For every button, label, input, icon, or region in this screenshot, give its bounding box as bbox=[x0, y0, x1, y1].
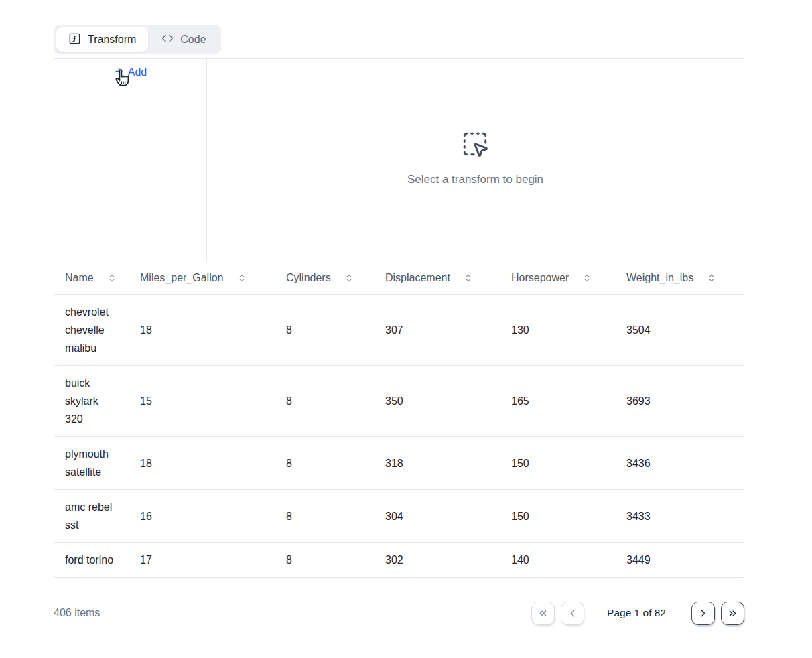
cell-cylinders: 8 bbox=[275, 295, 375, 366]
sort-icon[interactable] bbox=[582, 273, 592, 283]
cell-weight-in-lbs: 3504 bbox=[616, 295, 745, 366]
tab-code-label: Code bbox=[180, 34, 206, 46]
items-count: 406 items bbox=[54, 607, 100, 619]
square-function-icon bbox=[68, 32, 81, 48]
cell-miles-per-gallon: 18 bbox=[129, 295, 275, 366]
cell-name: chevrolet chevelle malibu bbox=[54, 295, 129, 366]
table-row: amc rebel sst 16 8 304 150 3433 bbox=[54, 490, 745, 543]
transform-workspace-page: Transform Code bbox=[0, 0, 812, 658]
add-transform-label: Add bbox=[128, 66, 147, 78]
table-footer: 406 items Page 1 of 82 bbox=[54, 596, 744, 630]
code-icon bbox=[161, 32, 174, 47]
column-label: Name bbox=[65, 272, 94, 284]
data-preview-table: Name Miles_per_Gallon Cylinders Displace… bbox=[54, 261, 745, 577]
column-header-displacement[interactable]: Displacement bbox=[375, 261, 500, 295]
table-row: plymouth satellite 18 8 318 150 3436 bbox=[54, 437, 745, 490]
pagination: Page 1 of 82 bbox=[531, 602, 744, 625]
column-header-cylinders[interactable]: Cylinders bbox=[275, 261, 375, 295]
cell-miles-per-gallon: 16 bbox=[129, 490, 275, 543]
transform-list-panel: Add bbox=[54, 59, 207, 261]
chevrons-right-icon bbox=[727, 608, 738, 619]
column-label: Miles_per_Gallon bbox=[140, 272, 224, 284]
table-row: buick skylark 320 15 8 350 165 3693 bbox=[54, 366, 745, 437]
cell-displacement: 302 bbox=[375, 543, 500, 578]
sort-icon[interactable] bbox=[344, 273, 354, 283]
cell-displacement: 307 bbox=[375, 295, 500, 366]
prev-page-button[interactable] bbox=[561, 602, 584, 625]
square-dashed-mouse-pointer-icon bbox=[461, 130, 489, 161]
first-page-button[interactable] bbox=[531, 602, 555, 625]
column-label: Cylinders bbox=[286, 272, 331, 284]
cell-weight-in-lbs: 3693 bbox=[616, 366, 745, 437]
cell-cylinders: 8 bbox=[275, 543, 375, 578]
transform-preview-area: Select a transform to begin bbox=[207, 59, 744, 261]
cell-miles-per-gallon: 17 bbox=[129, 543, 275, 578]
last-page-button[interactable] bbox=[721, 602, 744, 625]
cell-name: ford torino bbox=[54, 543, 129, 578]
column-header-miles-per-gallon[interactable]: Miles_per_Gallon bbox=[129, 261, 275, 295]
chevrons-left-icon bbox=[537, 608, 549, 619]
tab-code[interactable]: Code bbox=[149, 27, 218, 52]
workspace-panel: Add Select a tr bbox=[54, 58, 744, 578]
transform-list-header: Add bbox=[54, 59, 206, 86]
column-label: Weight_in_lbs bbox=[626, 272, 693, 284]
column-header-horsepower[interactable]: Horsepower bbox=[500, 261, 616, 295]
table-row: chevrolet chevelle malibu 18 8 307 130 3… bbox=[54, 295, 745, 366]
transform-builder-section: Add Select a tr bbox=[54, 59, 744, 261]
page-status: Page 1 of 82 bbox=[607, 607, 666, 619]
column-header-weight-in-lbs[interactable]: Weight_in_lbs bbox=[616, 261, 745, 295]
sort-icon[interactable] bbox=[107, 273, 117, 283]
add-transform-button[interactable]: Add bbox=[114, 66, 147, 79]
cell-weight-in-lbs: 3433 bbox=[616, 490, 745, 543]
column-label: Horsepower bbox=[511, 272, 569, 284]
plus-icon bbox=[114, 66, 124, 79]
cell-miles-per-gallon: 15 bbox=[129, 366, 275, 437]
cell-cylinders: 8 bbox=[275, 490, 375, 543]
view-tabs: Transform Code bbox=[54, 25, 221, 54]
cell-weight-in-lbs: 3436 bbox=[616, 437, 745, 490]
cell-horsepower: 165 bbox=[500, 366, 616, 437]
column-label: Displacement bbox=[385, 272, 450, 284]
cell-horsepower: 130 bbox=[500, 295, 616, 366]
cell-weight-in-lbs: 3449 bbox=[616, 543, 745, 578]
sort-icon[interactable] bbox=[237, 273, 247, 283]
cell-name: plymouth satellite bbox=[54, 437, 129, 490]
column-header-name[interactable]: Name bbox=[54, 261, 129, 295]
empty-state-message: Select a transform to begin bbox=[407, 173, 543, 186]
sort-icon[interactable] bbox=[707, 273, 716, 283]
cell-horsepower: 140 bbox=[500, 543, 616, 578]
chevron-right-icon bbox=[697, 608, 709, 619]
sort-icon[interactable] bbox=[464, 273, 473, 283]
tab-transform-label: Transform bbox=[88, 34, 136, 46]
cell-cylinders: 8 bbox=[275, 366, 375, 437]
cell-name: buick skylark 320 bbox=[54, 366, 129, 437]
next-page-button[interactable] bbox=[691, 602, 715, 625]
chevron-left-icon bbox=[567, 608, 578, 619]
cell-miles-per-gallon: 18 bbox=[129, 437, 275, 490]
cell-horsepower: 150 bbox=[500, 437, 616, 490]
table-row: ford torino 17 8 302 140 3449 bbox=[54, 543, 745, 578]
empty-state: Select a transform to begin bbox=[407, 130, 543, 186]
cell-name: amc rebel sst bbox=[54, 490, 129, 543]
cell-horsepower: 150 bbox=[500, 490, 616, 543]
cell-displacement: 304 bbox=[375, 490, 500, 543]
cell-displacement: 318 bbox=[375, 437, 500, 490]
tab-transform[interactable]: Transform bbox=[56, 27, 148, 52]
cell-displacement: 350 bbox=[375, 366, 500, 437]
cell-cylinders: 8 bbox=[275, 437, 375, 490]
table-header-row: Name Miles_per_Gallon Cylinders Displace… bbox=[54, 261, 745, 295]
